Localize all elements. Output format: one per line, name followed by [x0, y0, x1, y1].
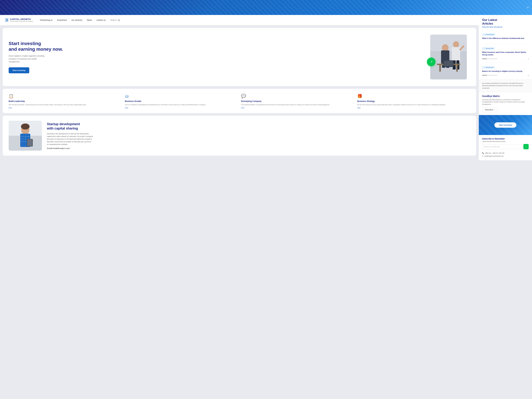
logo-text: CAPITAL GROWTH Stock broker financial ac… [10, 18, 33, 22]
svg-rect-32 [27, 139, 32, 146]
hero-description: Grow Capital is a highly regarded consul… [9, 55, 45, 63]
read-more-label: Read More [485, 109, 493, 111]
svg-rect-15 [456, 65, 458, 72]
startup-title-line1: Startup development [47, 122, 80, 126]
newsletter-email-input[interactable] [482, 144, 522, 149]
nav-link-introducing-us[interactable]: Introducing us [40, 19, 52, 21]
financial-plan-icon: 📄 [483, 34, 485, 35]
startup-section: Startup development with capital sharing… [3, 116, 476, 156]
right-sidebar: Our Latest Articles Read the latest educ… [479, 15, 532, 160]
article-meta-text-1: Articles 13 October 2021 [482, 58, 497, 59]
articles-main-title: Our Latest Articles [482, 18, 529, 25]
startup-image [9, 121, 42, 151]
feature-desc-developing-company: You powerful platform to provide best en… [241, 104, 354, 106]
article-tag-label-1: Mutual funds [486, 48, 494, 49]
article-title-2: Basics for investing in digital currency… [482, 70, 529, 72]
send-icon: → [525, 145, 527, 148]
article-arrow-2[interactable]: › [528, 74, 529, 77]
company-description-snippet: ing company specializing in investment a… [479, 79, 532, 92]
articles-title-line2: Articles [482, 22, 493, 25]
svg-rect-17 [444, 61, 453, 66]
cta-start-investing-button[interactable]: Start investing [494, 122, 516, 128]
hero-cta-button[interactable]: Start investing [9, 67, 29, 73]
feature-icon-business-growth: 🗂 [125, 94, 238, 98]
startup-description: Investing in the development of start-up… [47, 133, 93, 146]
hero-section: Start investing and earning money now. G… [3, 28, 476, 86]
search-icon [118, 19, 120, 21]
goodbye-matrix-title: Goodbye Matrix [482, 95, 529, 97]
startup-title: Startup development with capital sharing [47, 122, 93, 131]
trend-button[interactable]: ↗ [427, 57, 436, 66]
newsletter-input-row: → [482, 144, 529, 149]
feature-line-3 [241, 108, 244, 108]
feature-title-business-strategy: Business Strategy [357, 100, 470, 102]
hero-title-line2: and earning money now. [9, 47, 63, 52]
feature-desc-build-leadership: We innovate systematic, continuously and… [9, 104, 121, 106]
feature-title-build-leadership: Build Leadership [9, 100, 121, 102]
svg-point-0 [118, 19, 120, 21]
article-meta-1: Articles 13 October 2021 › [482, 57, 529, 60]
article-meta-label-1: Articles [482, 58, 487, 59]
hero-title-line1: Start investing [9, 41, 41, 46]
article-meta-text-2: Articles 04 October 2021 [482, 75, 497, 76]
feature-item-build-leadership: 📋 Build Leadership We innovate systemati… [9, 94, 121, 108]
page-wrapper: CAPITAL GROWTH Stock broker financial ac… [0, 15, 532, 160]
first-article-tag: 📄 Financial plan [482, 33, 495, 36]
svg-point-21 [21, 124, 30, 129]
read-more-button[interactable]: Read More › [482, 108, 498, 112]
newsletter-send-button[interactable]: → [523, 144, 529, 149]
article-card-2: 📄 Mutual funds Basics for investing in d… [479, 63, 532, 79]
hero-title: Start investing and earning money now. [9, 41, 427, 52]
article-meta-2: Articles 04 October 2021 › [482, 74, 529, 77]
svg-rect-14 [439, 65, 441, 72]
feature-title-developing-company: Developing Company [241, 100, 354, 102]
logo-area: CAPITAL GROWTH Stock broker financial ac… [5, 18, 33, 22]
newsletter-subtitle: Latest educational products articles [482, 141, 529, 142]
navbar: CAPITAL GROWTH Stock broker financial ac… [0, 15, 479, 25]
startup-title-line2: with capital sharing [47, 127, 78, 130]
hero-text: Start investing and earning money now. G… [9, 41, 427, 73]
article-meta-label-2: Articles [482, 75, 487, 76]
nav-link-our-services[interactable]: our services [71, 19, 82, 21]
contact-email: info@Agah-investments.com [484, 155, 504, 158]
first-article-tag-label: Financial plan [486, 34, 494, 35]
first-article-card: 📄 Financial plan What is the difference … [482, 30, 529, 44]
nav-link-news[interactable]: News [87, 19, 92, 21]
article-date-1: 13 October 2021 [488, 58, 497, 59]
article-tag-label-2: Mutual funds [486, 67, 494, 68]
feature-item-business-strategy: 🎁 Business Strategy We are here because … [357, 94, 470, 108]
search-area[interactable]: Search [110, 19, 120, 21]
article-arrow-1[interactable]: › [528, 57, 529, 60]
feature-item-developing-company: 💬 Developing Company You powerful platfo… [241, 94, 354, 108]
logo-icon [5, 19, 8, 21]
email-icon: ✉ [482, 155, 483, 158]
nav-link-contact-us[interactable]: contact us [97, 19, 106, 21]
feature-line-1 [9, 108, 12, 108]
read-more-arrow-icon: › [494, 109, 494, 111]
logo-icon-line1 [5, 19, 8, 19]
feature-icon-developing-company: 💬 [241, 94, 354, 98]
hero-photo [430, 35, 467, 79]
contact-email-row: ✉ info@Agah-investments.com [482, 155, 529, 158]
feature-icon-business-strategy: 🎁 [357, 94, 470, 98]
mutual-funds-icon-1: 📄 [483, 48, 485, 49]
logo-name: CAPITAL GROWTH [10, 18, 33, 20]
article-card-1: 📄 Mutual funds What investors want from … [479, 44, 532, 63]
feature-line-4 [357, 108, 361, 108]
svg-point-8 [453, 41, 459, 48]
growth-caption: Growth breakthrough in your [47, 147, 93, 149]
feature-item-business-growth: 🗂 Business Growth All of our software is… [125, 94, 238, 108]
feature-desc-business-growth: All of our software is developed and mai… [125, 104, 238, 106]
feature-desc-business-strategy: We are here because we are passionate ab… [357, 104, 470, 106]
nav-link-investment[interactable]: Investment [57, 19, 67, 21]
startup-text: Startup development with capital sharing… [47, 122, 93, 149]
contact-phone-row: 📞 Office tel : +995 577 460 208 [482, 152, 529, 155]
svg-rect-9 [452, 47, 460, 62]
newsletter-title: Subscribe to Newsletter [482, 138, 529, 140]
phone-icon: 📞 [482, 152, 484, 155]
articles-subtitle: Read the latest educational [482, 26, 529, 28]
office-tel: Office tel : +995 577 460 208 [485, 152, 504, 154]
startup-dots [34, 142, 42, 151]
first-article-title: What is the difference between fundament… [482, 37, 529, 40]
banner-close-button[interactable]: × [527, 6, 529, 9]
